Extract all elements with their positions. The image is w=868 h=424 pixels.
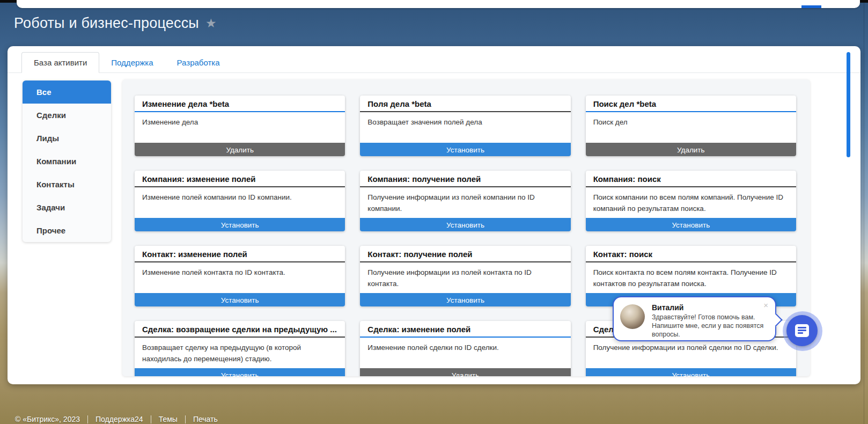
card-title: Компания: изменение полей: [135, 171, 345, 186]
sidebar-item[interactable]: Все: [23, 81, 111, 104]
activity-card: Контакт: изменение полей Изменение полей…: [135, 246, 345, 306]
card-description: Получение информации из полей контакта п…: [360, 262, 570, 293]
page-header: Роботы и бизнес-процессы ★: [14, 15, 217, 32]
activity-card: Поля дела *beta Возвращает значения поле…: [360, 96, 570, 156]
tab[interactable]: База активити: [21, 52, 99, 73]
card-description: Получение информации из полей компании п…: [360, 187, 570, 218]
activity-card: Поиск дел *beta Поиск дел Удалить: [586, 96, 796, 156]
card-description: Поиск компании по всем полям компаний. П…: [586, 187, 796, 218]
page-background: Роботы и бизнес-процессы ★ База активити…: [0, 0, 868, 424]
window-edge-line: [864, 3, 864, 424]
chat-bubble: Виталий Здравствуйте! Готов помочь вам. …: [613, 296, 776, 341]
sidebar-item[interactable]: Прочее: [23, 219, 111, 242]
footer: © «Битрикс», 2023 Поддержка24ТемыПечать: [15, 415, 218, 423]
activity-card: Сделка: изменение полей Изменение полей …: [360, 321, 570, 376]
panel-scrollbar[interactable]: [847, 52, 850, 157]
card-title: Контакт: получение полей: [360, 246, 570, 261]
chat-agent-name: Виталий: [652, 303, 769, 312]
category-sidebar: ВсеСделкиЛидыКомпанииКонтактыЗадачиПроче…: [23, 81, 111, 242]
card-description: Поиск дел: [586, 112, 796, 143]
chat-avatar: [620, 304, 645, 329]
card-description: Поиск контакта по всем полям контакта. П…: [586, 262, 796, 293]
card-action-button[interactable]: Удалить: [586, 143, 796, 156]
card-action-button[interactable]: Установить: [360, 218, 570, 231]
activity-card: Изменение дела *beta Изменение дела Удал…: [135, 96, 345, 156]
card-title: Сделка: изменение полей: [360, 321, 570, 337]
card-action-button[interactable]: Установить: [135, 218, 345, 231]
card-title: Поиск дел *beta: [586, 96, 796, 111]
top-search-bar[interactable]: [17, 0, 860, 8]
chat-message: Здравствуйте! Готов помочь вам. Напишите…: [652, 313, 769, 339]
card-description: Изменение полей сделки по ID сделки.: [360, 338, 570, 368]
activity-card: Контакт: получение полей Получение инфор…: [360, 246, 570, 306]
favorite-star-icon[interactable]: ★: [205, 17, 217, 30]
card-description: Получение информации из полей сделки по …: [586, 338, 796, 368]
card-description: Изменение полей компании по ID компании.: [135, 187, 345, 218]
activity-card: Компания: поиск Поиск компании по всем п…: [586, 171, 796, 231]
card-title: Компания: поиск: [586, 171, 796, 186]
tabs-row: База активитиПоддержкаРазработка: [8, 46, 860, 73]
footer-link[interactable]: Темы: [159, 415, 178, 423]
sidebar-item[interactable]: Контакты: [23, 173, 111, 196]
sidebar-item[interactable]: Сделки: [23, 104, 111, 127]
activity-card: Компания: получение полей Получение инфо…: [360, 171, 570, 231]
sidebar-item[interactable]: Компании: [23, 150, 111, 173]
card-title: Компания: получение полей: [360, 171, 570, 186]
card-title: Контакт: изменение полей: [135, 246, 345, 261]
activity-card: Компания: изменение полей Изменение поле…: [135, 171, 345, 231]
footer-divider: [87, 415, 88, 423]
card-action-button[interactable]: Удалить: [360, 368, 570, 376]
card-action-button[interactable]: Установить: [586, 368, 796, 376]
chat-close-icon[interactable]: ×: [763, 301, 768, 309]
top-tab-indicator: [801, 5, 821, 8]
footer-divider: [151, 415, 151, 423]
tab[interactable]: Поддержка: [99, 53, 165, 72]
card-title: Поля дела *beta: [360, 96, 570, 111]
footer-link[interactable]: Поддержка24: [95, 415, 143, 423]
footer-divider: [185, 415, 186, 423]
card-action-button[interactable]: Удалить: [135, 143, 345, 156]
card-action-button[interactable]: Установить: [586, 218, 796, 231]
card-description: Изменение полей контакта по ID контакта.: [135, 262, 345, 293]
card-description: Изменение дела: [135, 112, 345, 143]
card-description: Возвращает сделку на предыдущую (в котор…: [135, 338, 345, 368]
card-title: Изменение дела *beta: [135, 96, 345, 111]
card-action-button[interactable]: Установить: [135, 368, 345, 376]
card-title: Контакт: поиск: [586, 246, 796, 261]
card-action-button[interactable]: Установить: [360, 293, 570, 306]
activity-card: Сделка: возвращение сделки на предыдущую…: [135, 321, 345, 376]
page-title: Роботы и бизнес-процессы: [14, 15, 199, 32]
footer-link[interactable]: Печать: [193, 415, 218, 423]
chat-lines-icon: [795, 324, 809, 337]
sidebar-item[interactable]: Задачи: [23, 196, 111, 219]
card-title: Сделка: возвращение сделки на предыдущую…: [135, 321, 345, 337]
sidebar-item[interactable]: Лиды: [23, 127, 111, 150]
chat-button[interactable]: [786, 315, 818, 346]
card-action-button[interactable]: Установить: [135, 293, 345, 306]
card-action-button[interactable]: Установить: [360, 143, 570, 156]
footer-copyright: © «Битрикс», 2023: [15, 415, 80, 423]
tab[interactable]: Разработка: [165, 53, 232, 72]
card-description: Возвращает значения полей дела: [360, 112, 570, 143]
